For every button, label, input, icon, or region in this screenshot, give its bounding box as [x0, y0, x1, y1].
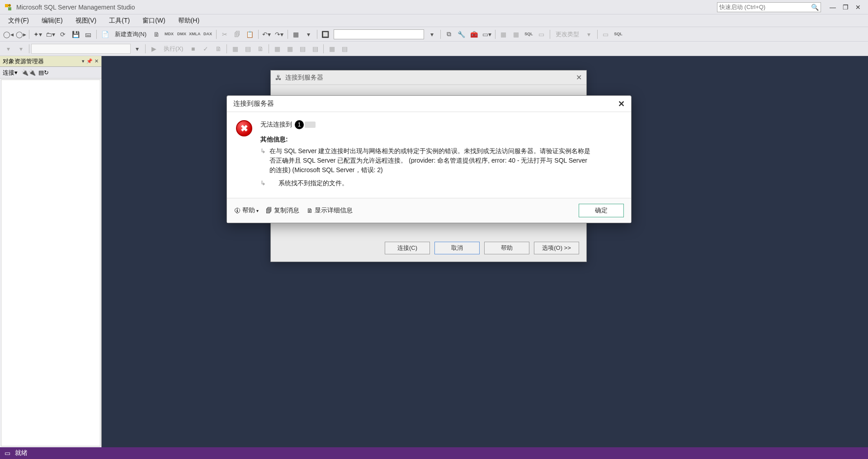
chart-button[interactable]: ▦	[291, 29, 302, 40]
connect-button[interactable]: 连接(C)	[385, 242, 430, 254]
search-box[interactable]	[334, 29, 424, 39]
help-button[interactable]: 帮助	[484, 242, 529, 254]
options-button[interactable]: 选项(O) >>	[534, 242, 579, 254]
maximize-button[interactable]: ❐	[839, 4, 852, 11]
connect-label[interactable]: 连接	[3, 69, 14, 77]
dax-button[interactable]: DAX	[203, 29, 213, 40]
debug-button: ▾	[3, 43, 14, 54]
pin-icon[interactable]: 📌	[86, 58, 93, 64]
file-icon: 🗎	[255, 43, 266, 54]
outdent-icon: ▤	[310, 43, 321, 54]
explorer-tree[interactable]	[1, 80, 100, 446]
quicklaunch-input[interactable]	[719, 4, 811, 10]
menu-edit[interactable]: 编辑(E)	[35, 15, 69, 27]
copy-button[interactable]: 🗐	[232, 29, 243, 40]
dropdown-button[interactable]: ▾	[427, 29, 438, 40]
toolbox-icon[interactable]: 🧰	[469, 29, 480, 40]
mdx-button[interactable]: MDX	[164, 29, 175, 40]
xmla-button[interactable]: XMLA	[189, 29, 201, 40]
comment-icon: ▦	[272, 43, 283, 54]
cancel-button[interactable]: 取消	[434, 242, 480, 254]
object-explorer: 对象资源管理器 ▾ 📌 ✕ 连接 ▾ 🔌 🔌 ▤ ↻	[0, 56, 102, 447]
new-item-button[interactable]: ✦▾	[32, 29, 43, 40]
dropdown-icon[interactable]: ▾	[14, 69, 18, 76]
misc-icon: ▦	[326, 43, 337, 54]
app-icon	[4, 3, 13, 12]
misc-icon: ▤	[339, 43, 350, 54]
error-text: 无法连接到 1 其他信息: 在与 SQL Server 建立连接时出现与网络相关…	[254, 120, 622, 192]
filter-icon[interactable]: ▤	[38, 69, 44, 76]
save-all-button[interactable]: 🖴	[83, 29, 94, 40]
undo-button[interactable]: ↶▾	[261, 29, 272, 40]
terminal-icon[interactable]: ▭▾	[481, 29, 492, 40]
toolbar-separator	[216, 30, 217, 39]
error-detail-1: 在与 SQL Server 建立连接时出现与网络相关的或特定于实例的错误。未找到…	[260, 146, 595, 175]
app-title: Microsoft SQL Server Management Studio	[16, 4, 717, 11]
refresh-icon[interactable]: ↻	[44, 69, 49, 76]
menu-tools[interactable]: 工具(T)	[103, 15, 136, 27]
connect-dialog-buttons: 连接(C) 取消 帮助 选项(O) >>	[385, 242, 579, 254]
menu-view[interactable]: 视图(V)	[69, 15, 103, 27]
execute-button: 执行(X)	[161, 43, 186, 54]
svg-rect-0	[5, 4, 8, 7]
toolbar-separator	[258, 30, 259, 39]
plug-icon[interactable]: 🔌	[21, 69, 28, 76]
toolbar-separator	[495, 30, 495, 39]
redo-button[interactable]: ↷▾	[274, 29, 285, 40]
error-dialog-title-text: 连接到服务器	[233, 99, 274, 108]
menu-file[interactable]: 文件(F)	[2, 15, 35, 27]
ok-button[interactable]: 确定	[579, 204, 624, 217]
error-msg-prefix: 无法连接到	[260, 121, 292, 129]
plan-icon: 🗎	[213, 43, 224, 54]
dropdown-button: ▾	[584, 29, 594, 40]
dropdown-button[interactable]: ▾	[303, 29, 314, 40]
error-dialog: 连接到服务器 ✕ ✖ 无法连接到 1 其他信息: 在与 SQL Server 建…	[226, 95, 632, 223]
close-button[interactable]: ✕	[852, 4, 864, 11]
toolbar-separator	[288, 30, 288, 39]
menu-help[interactable]: 帮助(H)	[172, 15, 206, 27]
back-button[interactable]: ◯◂	[3, 29, 14, 40]
close-icon[interactable]: ✕	[618, 99, 625, 109]
close-icon[interactable]: ✕	[94, 58, 99, 64]
stop-button: ▾	[15, 43, 26, 54]
script-icon[interactable]: 📄	[99, 29, 110, 40]
result-button: ▭	[536, 29, 547, 40]
toolbar-separator	[96, 30, 97, 39]
forward-button[interactable]: ◯▸	[15, 29, 26, 40]
dropdown-icon[interactable]: ▾	[82, 58, 85, 64]
show-details-link[interactable]: 🗎 显示详细信息	[307, 206, 353, 215]
new-query-button[interactable]: 新建查询(N)	[112, 29, 149, 40]
quicklaunch[interactable]: 🔍	[717, 2, 821, 12]
help-icon: 🛈	[234, 207, 241, 214]
error-footer: 🛈 帮助 ▾ 🗐 复制消息 🗎 显示详细信息 确定	[227, 198, 631, 223]
copy-message-link[interactable]: 🗐 复制消息	[266, 206, 299, 215]
toolbar-separator	[440, 30, 441, 39]
database-selector[interactable]	[31, 44, 131, 54]
cut-button[interactable]: ✂	[219, 29, 230, 40]
dmx-button[interactable]: DMX	[176, 29, 187, 40]
dropdown-button[interactable]: ▾	[132, 43, 142, 54]
explorer-toolbar: 连接 ▾ 🔌 🔌 ▤ ↻	[0, 67, 101, 79]
open-button[interactable]: 🗀▾	[45, 29, 56, 40]
minimize-button[interactable]: —	[826, 4, 839, 11]
titlebar: Microsoft SQL Server Management Studio 🔍…	[0, 0, 868, 14]
toolbar-query: ▾ ▾ ▾ ▶ 执行(X) ■ ✓ 🗎 ▦ ▤ 🗎 ▦ ▦ ▤ ▤ ▦ ▤	[0, 42, 868, 56]
wrench-icon[interactable]: 🔧	[456, 29, 467, 40]
save-button[interactable]: 💾	[70, 29, 81, 40]
refresh-button[interactable]: ⟳	[57, 29, 68, 40]
menu-window[interactable]: 窗口(W)	[136, 15, 172, 27]
find-button[interactable]: 🔲	[320, 29, 331, 40]
error-icon: ✖	[236, 120, 254, 192]
help-link[interactable]: 🛈 帮助 ▾	[234, 206, 259, 215]
toolbar-main: ◯◂ ◯▸ ✦▾ 🗀▾ ⟳ 💾 🖴 📄 新建查询(N) 🗎 MDX DMX XM…	[0, 27, 868, 42]
toolbar-separator	[269, 44, 269, 53]
new-file-icon[interactable]: 🗎	[151, 29, 162, 40]
close-icon[interactable]: ✕	[576, 73, 582, 82]
vs-icon[interactable]: ⧉	[443, 29, 454, 40]
paste-button[interactable]: 📋	[245, 29, 255, 40]
error-body: ✖ 无法连接到 1 其他信息: 在与 SQL Server 建立连接时出现与网络…	[227, 112, 631, 198]
svg-point-2	[8, 4, 11, 7]
grid-button: ▦	[498, 29, 509, 40]
toolbar-separator	[323, 44, 324, 53]
error-badge: 1	[295, 120, 304, 129]
